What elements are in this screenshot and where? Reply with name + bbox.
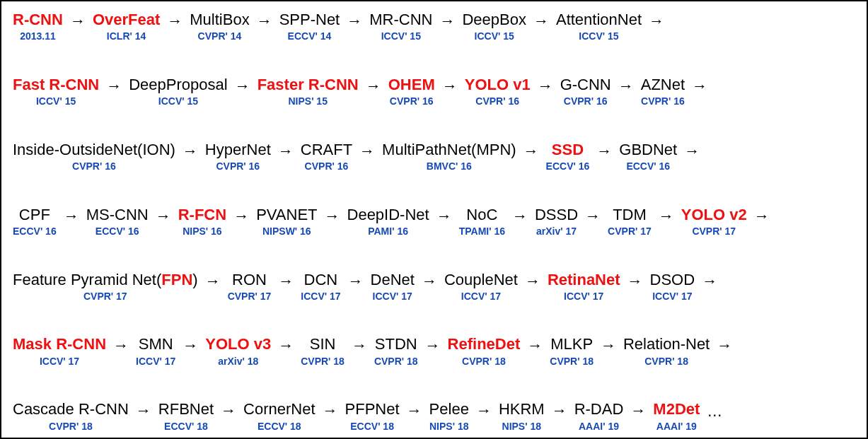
paper-node: DCNICCV' 17 (301, 271, 340, 303)
arrow-right-icon: → (523, 141, 539, 160)
paper-venue: CVPR' 18 (550, 356, 594, 367)
paper-node: Relation-NetCVPR' 18 (623, 336, 710, 367)
arrow-right-icon: → (596, 141, 612, 160)
timeline-row: R-CNN2013.11→OverFeatICLR' 14→MultiBoxCV… (10, 11, 860, 42)
paper-venue: ECCV' 18 (164, 421, 208, 432)
arrow-right-icon: → (601, 336, 616, 354)
arrow-right-icon: → (407, 401, 422, 419)
paper-venue: CVPR' 16 (641, 96, 685, 107)
paper-venue: ICLR' 14 (107, 31, 146, 42)
paper-name: AttentionNet (556, 11, 642, 28)
paper-name: MLKP (550, 336, 593, 353)
arrow-right-icon: → (649, 11, 664, 30)
paper-name: MS-CNN (86, 206, 149, 223)
paper-venue: ICCV' 17 (564, 291, 603, 302)
paper-name: Pelee (429, 401, 469, 418)
paper-node: AZNetCVPR' 16 (641, 76, 685, 107)
paper-node: R-CNN2013.11 (13, 11, 63, 42)
paper-venue: TPAMI' 16 (459, 226, 505, 237)
paper-name: Inside-OutsideNet(ION) (13, 141, 175, 158)
paper-venue: ICCV' 17 (652, 291, 692, 302)
paper-name: RefineDet (448, 336, 521, 353)
paper-venue: CVPR' 16 (72, 161, 116, 172)
arrow-right-icon: → (692, 76, 707, 95)
paper-node: MultiPathNet(MPN)BMVC' 16 (382, 141, 516, 172)
paper-venue: CVPR' 18 (644, 356, 688, 367)
paper-node: TDMCVPR' 17 (608, 206, 652, 238)
paper-node: Cascade R-CNNCVPR' 18 (13, 401, 129, 432)
paper-node: M2DetAAAI' 19 (653, 401, 700, 432)
arrow-right-icon: → (352, 336, 367, 354)
paper-name: SSD (552, 141, 584, 158)
paper-node: DeepProposalICCV' 15 (129, 76, 227, 107)
paper-name: Fast R-CNN (13, 76, 99, 93)
paper-venue: CVPR' 17 (692, 226, 736, 237)
paper-venue: ECCV' 18 (350, 421, 394, 432)
paper-venue: ECCV' 14 (288, 31, 332, 42)
paper-venue: ICCV' 15 (381, 31, 421, 42)
arrow-right-icon: → (754, 206, 770, 225)
arrow-right-icon: → (70, 11, 86, 30)
arrow-right-icon: → (221, 401, 236, 419)
paper-node: RFBNetECCV' 18 (158, 401, 214, 432)
arrow-right-icon: → (422, 271, 437, 290)
paper-name: G-CNN (560, 76, 611, 93)
paper-node: DSSDarXiv' 17 (535, 206, 578, 238)
arrow-right-icon: → (436, 206, 452, 225)
paper-venue: ICCV' 17 (301, 291, 340, 302)
paper-node: OHEMCVPR' 16 (388, 76, 435, 107)
paper-node: Inside-OutsideNet(ION)CVPR' 16 (13, 141, 175, 172)
paper-name: YOLO v3 (205, 336, 271, 353)
paper-node: G-CNNCVPR' 16 (560, 76, 611, 107)
paper-node: MultiBoxCVPR' 14 (190, 11, 249, 42)
arrow-right-icon: → (527, 336, 543, 354)
arrow-right-icon: → (702, 271, 717, 290)
paper-name: DeepProposal (129, 76, 227, 93)
paper-node: R-FCNNIPS' 16 (178, 206, 226, 238)
timeline-row: Feature Pyramid Net(FPN)CVPR' 17→RONCVPR… (10, 271, 860, 303)
arrow-right-icon: → (552, 401, 567, 419)
paper-venue: CVPR' 16 (305, 161, 349, 172)
arrow-right-icon: → (425, 336, 441, 354)
paper-name: RetinaNet (548, 271, 620, 288)
paper-node: PeleeNIPS' 18 (429, 401, 469, 432)
paper-node: SINCVPR' 18 (301, 336, 345, 367)
paper-name: TDM (613, 206, 647, 223)
paper-venue: CVPR' 14 (198, 31, 242, 42)
arrow-right-icon: → (627, 271, 643, 290)
paper-node: DSODICCV' 17 (650, 271, 695, 303)
paper-node: Faster R-CNNNIPS' 15 (257, 76, 359, 107)
paper-name: OHEM (388, 76, 435, 93)
arrow-right-icon: → (525, 271, 540, 290)
paper-venue: CVPR' 16 (390, 96, 434, 107)
paper-venue: PAMI' 16 (368, 226, 408, 237)
paper-venue: CVPR' 17 (228, 291, 272, 302)
paper-node: RefineDetCVPR' 18 (448, 336, 521, 367)
arrow-right-icon: → (684, 141, 700, 160)
timeline-row: Mask R-CNNICCV' 17→SMNICCV' 17→YOLO v3ar… (10, 336, 860, 367)
paper-venue: BMVC' 16 (427, 161, 472, 172)
paper-venue: CVPR' 16 (475, 96, 519, 107)
paper-venue: ECCV' 16 (546, 161, 590, 172)
arrow-right-icon: → (533, 11, 549, 30)
paper-venue: ICCV' 15 (36, 96, 76, 107)
arrow-right-icon: → (106, 76, 122, 95)
arrow-right-icon: → (476, 401, 492, 419)
paper-venue: AAAI' 19 (656, 421, 697, 432)
detection-timeline-diagram: R-CNN2013.11→OverFeatICLR' 14→MultiBoxCV… (0, 0, 868, 439)
paper-venue: NIPS' 15 (288, 96, 327, 107)
paper-node: RetinaNetICCV' 17 (548, 271, 620, 303)
paper-node: DeepID-NetPAMI' 16 (347, 206, 429, 238)
paper-node: PFPNetECCV' 18 (345, 401, 400, 432)
paper-name: HyperNet (205, 141, 271, 158)
timeline-row: Inside-OutsideNet(ION)CVPR' 16→HyperNetC… (10, 141, 860, 172)
paper-name: R-DAD (574, 401, 624, 418)
arrow-right-icon: → (64, 206, 79, 225)
arrow-right-icon: → (235, 76, 250, 95)
paper-node: MLKPCVPR' 18 (550, 336, 594, 367)
arrow-right-icon: → (278, 271, 294, 290)
paper-node: YOLO v1CVPR' 16 (465, 76, 531, 107)
paper-venue: ICCV' 17 (461, 291, 501, 302)
paper-venue: ICCV' 15 (579, 31, 618, 42)
paper-name: DeepID-Net (347, 206, 429, 223)
